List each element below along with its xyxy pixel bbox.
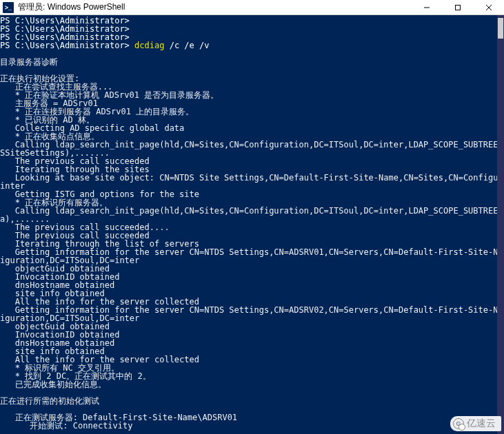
minimize-button[interactable] <box>411 0 442 15</box>
output-line: 正在进行所需的初始化测试 <box>0 396 99 406</box>
window-titlebar: >_ 管理员: Windows PowerShell <box>0 0 504 15</box>
watermark-badge: G 亿速云 <box>450 416 501 431</box>
cloud-icon: G <box>453 418 464 429</box>
app-icon: >_ <box>3 2 14 13</box>
command-name: dcdiag <box>134 41 164 50</box>
output-line: 已完成收集初始化信息。 <box>0 380 106 389</box>
scrollbar-thumb[interactable] <box>498 18 503 39</box>
vertical-scrollbar[interactable] <box>497 15 504 434</box>
minimize-icon <box>423 4 430 11</box>
prompt-prefix: PS C:\Users\Administrator> <box>0 41 134 50</box>
terminal-client: PS C:\Users\Administrator> PS C:\Users\A… <box>0 15 504 434</box>
close-icon <box>485 4 492 11</box>
output-line: Calling ldap_search_init_page(hld,CN=Sit… <box>0 206 497 216</box>
command-args: /c /e /v <box>164 41 209 50</box>
window-title: 管理员: Windows PowerShell <box>17 1 125 13</box>
maximize-icon <box>454 4 461 11</box>
output-line: 目录服务器诊断 <box>0 57 58 67</box>
output-line: 开始测试: Connectivity <box>0 421 133 431</box>
maximize-button[interactable] <box>442 0 473 15</box>
output-line: Looking at base site object: CN=NTDS Sit… <box>0 173 497 183</box>
terminal-output[interactable]: PS C:\Users\Administrator> PS C:\Users\A… <box>0 15 497 434</box>
svg-rect-1 <box>455 5 460 10</box>
watermark-text: 亿速云 <box>467 417 496 430</box>
close-button[interactable] <box>473 0 504 15</box>
